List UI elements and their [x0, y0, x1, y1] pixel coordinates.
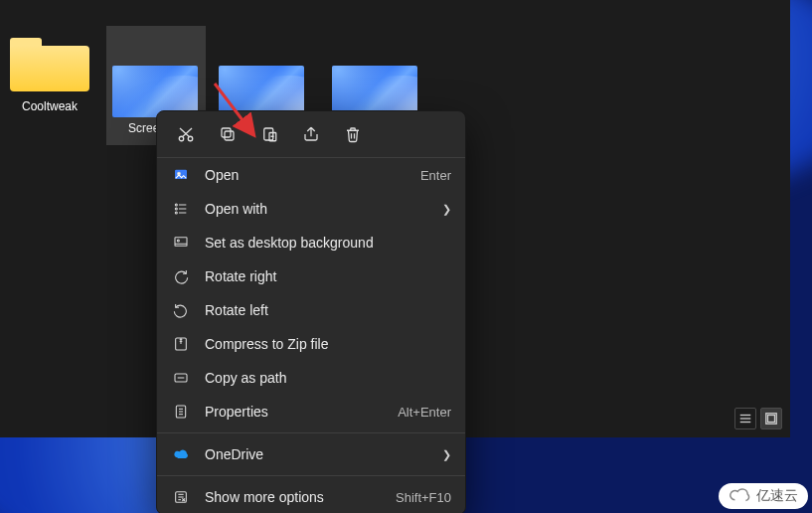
- menu-item-open-with[interactable]: Open with❯: [157, 192, 465, 226]
- menu-item-compress-to-zip-file[interactable]: Compress to Zip file: [157, 327, 465, 361]
- menu-item-show-more-options[interactable]: Show more optionsShift+F10: [157, 480, 465, 513]
- chevron-right-icon: ❯: [442, 203, 451, 216]
- open-with-icon: [171, 199, 191, 219]
- menu-item-label: Rotate right: [205, 268, 451, 284]
- svg-point-7: [188, 136, 193, 141]
- watermark-badge: 亿速云: [719, 483, 808, 509]
- folder-item[interactable]: Cooltweak: [0, 26, 99, 115]
- rotate-right-icon: [171, 266, 191, 286]
- svg-rect-23: [175, 238, 187, 247]
- menu-item-label: Copy as path: [205, 370, 451, 386]
- onedrive-icon: [171, 444, 191, 464]
- svg-point-18: [175, 208, 177, 210]
- svg-rect-10: [225, 131, 234, 140]
- menu-item-rotate-right[interactable]: Rotate right: [157, 259, 465, 293]
- file-list: Cooltweak Screen (1): [0, 0, 790, 40]
- context-menu-toolbar: [157, 111, 465, 158]
- menu-item-label: Show more options: [205, 489, 388, 505]
- more-options-icon: [171, 487, 191, 507]
- svg-rect-11: [222, 128, 231, 137]
- menu-item-shortcut: Alt+Enter: [398, 405, 451, 420]
- menu-item-shortcut: Enter: [420, 168, 451, 183]
- menu-item-label: Open: [205, 167, 412, 183]
- menu-item-rotate-left[interactable]: Rotate left: [157, 293, 465, 327]
- menu-item-label: Compress to Zip file: [205, 336, 451, 352]
- menu-separator: [157, 432, 465, 433]
- menu-item-set-as-desktop-background[interactable]: Set as desktop background: [157, 226, 465, 259]
- properties-icon: [171, 402, 191, 422]
- menu-item-label: Open with: [205, 201, 434, 217]
- svg-rect-12: [264, 128, 273, 140]
- menu-item-shortcut: Shift+F10: [396, 490, 451, 505]
- rotate-left-icon: [171, 300, 191, 320]
- file-label: Cooltweak: [0, 99, 99, 115]
- folder-icon: [10, 36, 89, 91]
- watermark-text: 亿速云: [756, 487, 798, 505]
- menu-item-label: Set as desktop background: [205, 235, 451, 251]
- picture-icon: [171, 165, 191, 185]
- svg-point-17: [175, 204, 177, 206]
- share-icon[interactable]: [300, 123, 322, 145]
- menu-item-copy-as-path[interactable]: Copy as path: [157, 361, 465, 395]
- menu-item-onedrive[interactable]: OneDrive❯: [157, 437, 465, 471]
- copy-path-icon: [171, 368, 191, 388]
- svg-point-19: [175, 212, 177, 214]
- menu-item-properties[interactable]: PropertiesAlt+Enter: [157, 395, 465, 428]
- delete-icon[interactable]: [342, 123, 364, 145]
- context-menu: OpenEnterOpen with❯Set as desktop backgr…: [156, 110, 466, 513]
- menu-item-label: Rotate left: [205, 302, 451, 318]
- paste-icon[interactable]: [258, 123, 280, 145]
- cut-icon[interactable]: [175, 123, 197, 145]
- menu-item-label: Properties: [205, 404, 390, 420]
- menu-separator: [157, 475, 465, 476]
- menu-item-label: OneDrive: [205, 446, 434, 462]
- chevron-right-icon: ❯: [442, 448, 451, 461]
- details-view-button[interactable]: [734, 408, 756, 429]
- menu-item-open[interactable]: OpenEnter: [157, 158, 465, 192]
- svg-rect-4: [768, 416, 775, 423]
- zip-icon: [171, 334, 191, 354]
- desktop-bg-icon: [171, 233, 191, 253]
- svg-point-6: [179, 136, 184, 141]
- view-mode-buttons: [734, 408, 782, 429]
- copy-icon[interactable]: [217, 123, 239, 145]
- icons-view-button[interactable]: [760, 408, 782, 429]
- svg-point-25: [177, 240, 179, 242]
